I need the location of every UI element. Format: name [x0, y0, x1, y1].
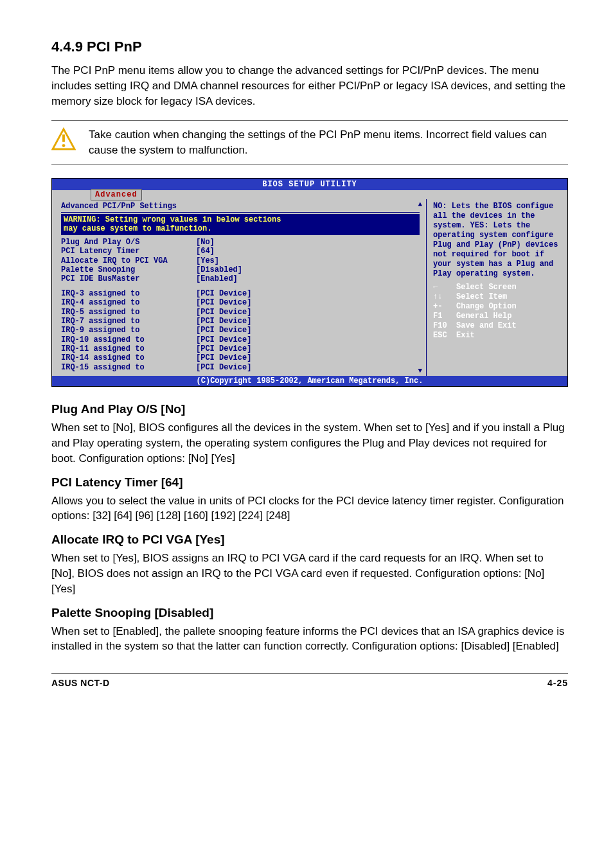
section-heading: 4.4.9 PCI PnP — [51, 39, 568, 55]
subheading-pci-latency: PCI Latency Timer [64] — [51, 475, 568, 490]
intro-paragraph: The PCI PnP menu items allow you to chan… — [51, 63, 568, 109]
bios-setting-row: PCI IDE BusMaster[Enabled] — [61, 274, 420, 283]
paragraph: When set to [Enabled], the pallete snoop… — [51, 624, 568, 655]
scroll-up-icon: ▲ — [418, 200, 422, 208]
bios-irq-row: IRQ-9 assigned to[PCI Device] — [61, 326, 420, 335]
bios-irq-row: IRQ-4 assigned to[PCI Device] — [61, 298, 420, 307]
paragraph: When set to [No], BIOS configures all th… — [51, 420, 568, 466]
bios-setting-row: Palette Snooping[Disabled] — [61, 265, 420, 274]
bios-copyright: (C)Copyright 1985-2002, American Megatre… — [52, 376, 567, 386]
footer-page-number: 4-25 — [547, 678, 568, 688]
bios-irq-row: IRQ-11 assigned to[PCI Device] — [61, 344, 420, 353]
bios-irq-row: IRQ-10 assigned to[PCI Device] — [61, 335, 420, 344]
caution-note: Take caution when changing the settings … — [51, 120, 568, 165]
subheading-plug-and-play: Plug And Play O/S [No] — [51, 402, 568, 416]
caution-text: Take caution when changing the settings … — [89, 127, 568, 158]
bios-title: BIOS SETUP UTILITY — [262, 180, 357, 189]
footer-product: ASUS NCT-D — [51, 678, 110, 688]
warning-icon — [51, 127, 76, 154]
bios-left-pane: ▲ Advanced PCI/PnP Settings WARNING: Set… — [52, 199, 426, 376]
bios-key-legend: ←Select Screen ↑↓Select Item +-Change Op… — [433, 283, 562, 341]
bios-warning: WARNING: Setting wrong values in below s… — [61, 214, 420, 235]
bios-setting-row: Allocate IRQ to PCI VGA[Yes] — [61, 256, 420, 265]
bios-section-header: Advanced PCI/PnP Settings — [61, 202, 420, 213]
svg-point-2 — [62, 145, 66, 148]
svg-rect-1 — [62, 135, 65, 142]
bios-warning-line2: may cause system to malfunction. — [64, 224, 417, 233]
document-page: 4.4.9 PCI PnP The PCI PnP menu items all… — [0, 0, 613, 714]
subheading-allocate-irq: Allocate IRQ to PCI VGA [Yes] — [51, 533, 568, 547]
bios-irq-row: IRQ-5 assigned to[PCI Device] — [61, 308, 420, 317]
bios-help-text: NO: Lets the BIOS configue all the devic… — [433, 202, 562, 279]
bios-warning-line1: WARNING: Setting wrong values in below s… — [64, 215, 417, 224]
bios-irq-row: IRQ-14 assigned to[PCI Device] — [61, 353, 420, 362]
bios-right-pane: NO: Lets the BIOS configue all the devic… — [426, 199, 567, 376]
bios-setting-row: Plug And Play O/S[No] — [61, 238, 420, 247]
subheading-palette-snooping: Palette Snooping [Disabled] — [51, 606, 568, 620]
bios-irq-row: IRQ-3 assigned to[PCI Device] — [61, 289, 420, 298]
bios-titlebar: BIOS SETUP UTILITY Advanced — [52, 179, 567, 190]
scroll-down-icon: ▼ — [418, 367, 422, 375]
bios-setting-row: PCI Latency Timer[64] — [61, 247, 420, 256]
bios-screenshot: BIOS SETUP UTILITY Advanced ▲ Advanced P… — [51, 178, 568, 387]
paragraph: When set to [Yes], BIOS assigns an IRQ t… — [51, 551, 568, 596]
bios-irq-row: IRQ-15 assigned to[PCI Device] — [61, 363, 420, 372]
paragraph: Allows you to select the value in units … — [51, 493, 568, 524]
page-footer: ASUS NCT-D 4-25 — [51, 673, 568, 688]
bios-irq-row: IRQ-7 assigned to[PCI Device] — [61, 317, 420, 326]
